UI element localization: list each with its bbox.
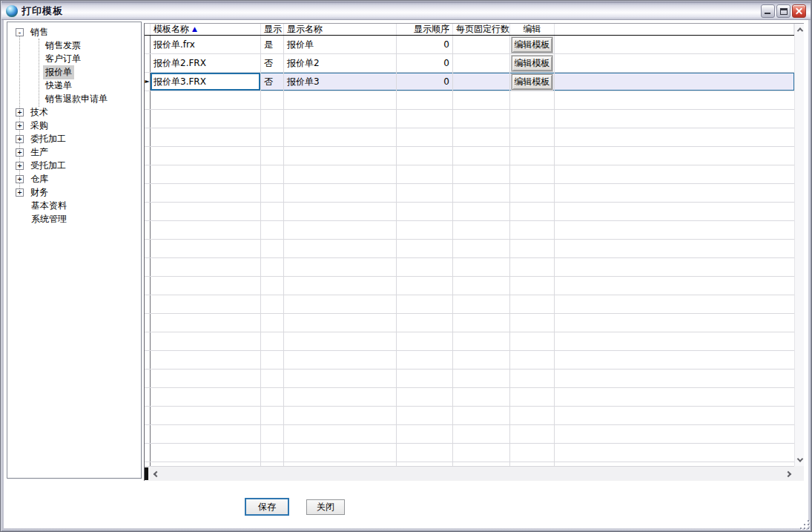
- cell-template-name[interactable]: 报价单2.FRX: [151, 54, 261, 72]
- cell-template-name[interactable]: [151, 110, 261, 128]
- cell-template-name[interactable]: [151, 128, 261, 146]
- cell-display-order[interactable]: [397, 91, 453, 109]
- vertical-scrollbar[interactable]: [794, 24, 804, 466]
- table-row[interactable]: 报价单2.FRX否报价单20编辑模板: [145, 54, 794, 73]
- cell-display-name[interactable]: [284, 258, 397, 276]
- cell-fixed-rows[interactable]: [453, 128, 510, 146]
- cell-display-name[interactable]: [284, 332, 397, 350]
- cell-template-name[interactable]: [151, 240, 261, 257]
- cell-display-order[interactable]: [397, 425, 453, 443]
- tree-item[interactable]: 快递单: [7, 79, 141, 92]
- cell-fixed-rows[interactable]: [453, 36, 510, 53]
- cell-display-name[interactable]: [284, 91, 397, 109]
- cell-display-name[interactable]: [284, 370, 397, 387]
- tree-item[interactable]: 系统管理: [7, 212, 141, 226]
- cell-fixed-rows[interactable]: [453, 407, 510, 424]
- tree-item[interactable]: -销售: [7, 25, 141, 39]
- cell-display-order[interactable]: [397, 314, 453, 332]
- cell-template-name[interactable]: [151, 425, 261, 443]
- empty-table-row[interactable]: [145, 258, 794, 277]
- expand-icon[interactable]: +: [16, 162, 24, 170]
- expand-icon[interactable]: +: [16, 175, 24, 183]
- expand-icon[interactable]: +: [16, 135, 24, 143]
- column-header[interactable]: 显示: [261, 24, 284, 35]
- cell-show-flag[interactable]: [261, 203, 284, 220]
- maximize-button[interactable]: [776, 4, 790, 18]
- cell-fixed-rows[interactable]: [453, 91, 510, 109]
- cell-fixed-rows[interactable]: [453, 203, 510, 220]
- cell-show-flag[interactable]: [261, 184, 284, 202]
- empty-table-row[interactable]: [145, 128, 794, 147]
- cell-display-order[interactable]: [397, 203, 453, 220]
- table-row[interactable]: ►报价单3.FRX否报价单30编辑模板: [145, 73, 794, 91]
- empty-table-row[interactable]: [145, 240, 794, 258]
- minimize-button[interactable]: [761, 4, 775, 18]
- cell-display-name[interactable]: 报价单: [284, 36, 397, 53]
- close-dialog-button[interactable]: 关闭: [306, 499, 345, 515]
- cell-display-order[interactable]: [397, 184, 453, 202]
- empty-table-row[interactable]: [145, 444, 794, 462]
- tree-item[interactable]: +委托加工: [7, 132, 141, 145]
- cell-fixed-rows[interactable]: [453, 370, 510, 387]
- cell-display-order[interactable]: [397, 147, 453, 165]
- cell-fixed-rows[interactable]: [453, 314, 510, 332]
- cell-show-flag[interactable]: [261, 351, 284, 369]
- cell-display-order[interactable]: [397, 388, 453, 406]
- empty-table-row[interactable]: [145, 370, 794, 388]
- cell-show-flag[interactable]: [261, 388, 284, 406]
- cell-display-order[interactable]: [397, 332, 453, 350]
- cell-fixed-rows[interactable]: [453, 425, 510, 443]
- column-header[interactable]: 编辑: [510, 24, 555, 35]
- empty-table-row[interactable]: [145, 203, 794, 221]
- cell-fixed-rows[interactable]: [453, 351, 510, 369]
- cell-template-name[interactable]: [151, 277, 261, 295]
- edit-template-button[interactable]: 编辑模板: [512, 74, 552, 90]
- cell-fixed-rows[interactable]: [453, 54, 510, 72]
- cell-show-flag[interactable]: 否: [261, 54, 284, 72]
- cell-template-name[interactable]: [151, 388, 261, 406]
- horizontal-scrollbar[interactable]: [145, 466, 794, 481]
- cell-display-name[interactable]: [284, 203, 397, 220]
- column-header[interactable]: 每页固定行数: [453, 24, 510, 35]
- cell-display-name[interactable]: [284, 165, 397, 183]
- empty-table-row[interactable]: [145, 91, 794, 110]
- cell-display-order[interactable]: [397, 277, 453, 295]
- cell-show-flag[interactable]: [261, 110, 284, 128]
- cell-template-name[interactable]: 报价单3.FRX: [151, 73, 261, 91]
- cell-display-name[interactable]: [284, 388, 397, 406]
- expand-icon[interactable]: +: [16, 108, 24, 116]
- cell-template-name[interactable]: [151, 444, 261, 462]
- cell-show-flag[interactable]: [261, 425, 284, 443]
- cell-display-name[interactable]: [284, 128, 397, 146]
- cell-show-flag[interactable]: [261, 128, 284, 146]
- cell-display-order[interactable]: 0: [397, 73, 453, 91]
- resize-grip[interactable]: [799, 519, 810, 530]
- scroll-up-button[interactable]: [795, 24, 804, 36]
- cell-fixed-rows[interactable]: [453, 388, 510, 406]
- column-header[interactable]: 显示名称: [284, 24, 397, 35]
- cell-template-name[interactable]: 报价单.frx: [151, 36, 261, 53]
- tree-item[interactable]: +技术: [7, 105, 141, 119]
- tree-item[interactable]: +采购: [7, 119, 141, 132]
- cell-template-name[interactable]: [151, 165, 261, 183]
- cell-display-name[interactable]: [284, 221, 397, 239]
- expand-icon[interactable]: +: [16, 148, 24, 157]
- cell-display-order[interactable]: 0: [397, 36, 453, 53]
- cell-show-flag[interactable]: [261, 240, 284, 257]
- collapse-icon[interactable]: -: [16, 28, 24, 36]
- cell-template-name[interactable]: [151, 221, 261, 239]
- cell-fixed-rows[interactable]: [453, 165, 510, 183]
- horizontal-scroll-thumb[interactable]: [145, 467, 148, 480]
- cell-template-name[interactable]: [151, 147, 261, 165]
- tree-item[interactable]: +受托加工: [7, 159, 141, 172]
- empty-table-row[interactable]: [145, 277, 794, 295]
- cell-show-flag[interactable]: [261, 91, 284, 109]
- empty-table-row[interactable]: [145, 295, 794, 314]
- empty-table-row[interactable]: [145, 184, 794, 203]
- cell-display-name[interactable]: [284, 295, 397, 313]
- cell-display-order[interactable]: [397, 110, 453, 128]
- empty-table-row[interactable]: [145, 314, 794, 332]
- cell-template-name[interactable]: [151, 91, 261, 109]
- cell-fixed-rows[interactable]: [453, 258, 510, 276]
- cell-show-flag[interactable]: [261, 295, 284, 313]
